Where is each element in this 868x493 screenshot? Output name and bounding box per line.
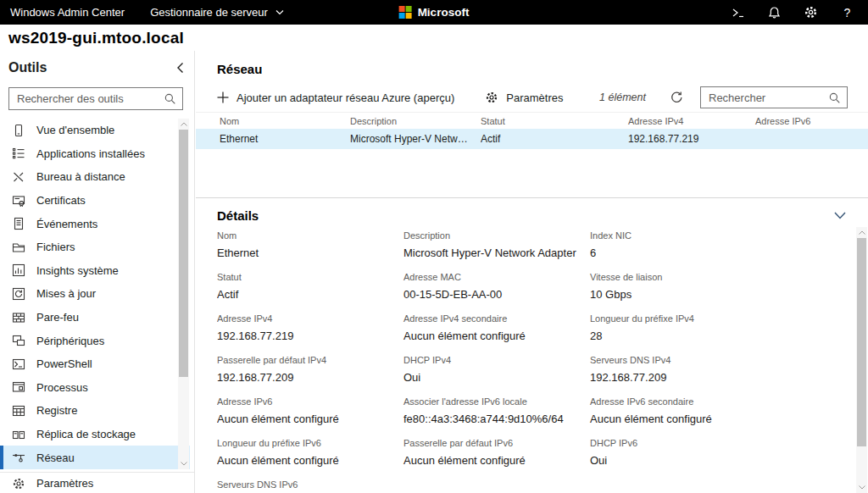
app-title-link[interactable]: Windows Admin Center: [10, 6, 125, 19]
sidebar-scrollbar[interactable]: [178, 119, 189, 469]
tools-search-input[interactable]: [9, 92, 160, 105]
details-title: Détails: [217, 208, 259, 223]
system-insights-icon: [12, 263, 25, 277]
detail-field-nom: NomEthernet: [217, 230, 403, 272]
sidebar-title: Outils: [8, 60, 47, 75]
sidebar-item-certificats[interactable]: Certificats: [0, 189, 190, 213]
detail-field-index-nic: Index NIC6: [590, 230, 851, 272]
microsoft-logo: Microsoft: [399, 6, 470, 19]
network-tool-panel: Réseau Ajouter un adaptateur réseau Azur…: [196, 51, 868, 493]
sidebar-item-applications-installees[interactable]: Applications installées: [0, 142, 190, 166]
sidebar-item-reseau[interactable]: Réseau: [0, 446, 190, 469]
sidebar-item-pare-feu[interactable]: Pare-feu: [0, 306, 190, 330]
microsoft-logo-icon: [399, 6, 412, 19]
settings-gear-icon[interactable]: [804, 5, 818, 19]
search-icon: [825, 91, 847, 104]
detail-field-serveurs-dns-ipv6: Serveurs DNS IPv6: [217, 479, 403, 493]
overview-icon: [12, 124, 25, 137]
detail-field-serveurs-dns-ipv4: Serveurs DNS IPv4192.168.77.209: [590, 355, 851, 396]
table-row-ethernet[interactable]: Ethernet Microsoft Hyper-V Network Adap.…: [196, 129, 868, 149]
sidebar-item-powershell[interactable]: PowerShell: [0, 352, 190, 376]
gear-icon: [485, 91, 498, 104]
processes-icon: [12, 380, 25, 394]
sidebar-bottom-divider: [0, 472, 194, 473]
scroll-up-icon[interactable]: [856, 227, 867, 238]
microsoft-logo-text: Microsoft: [418, 6, 470, 19]
network-icon: [12, 451, 25, 464]
scroll-down-icon[interactable]: [856, 482, 867, 493]
sidebar-item-mises-a-jour[interactable]: Mises à jour: [0, 282, 190, 306]
detail-field-description: DescriptionMicrosoft Hyper-V Network Ada…: [403, 230, 590, 272]
adapter-search-input[interactable]: [701, 91, 825, 104]
details-scrollbar[interactable]: [856, 227, 867, 493]
detail-field-dhcp-ipv6: DHCP IPv6Oui: [590, 438, 851, 479]
files-icon: [12, 241, 25, 254]
tools-search-box: [8, 87, 183, 110]
updates-icon: [12, 287, 25, 301]
remote-desktop-icon: [12, 170, 25, 184]
detail-field-longueur-prefixe-ipv4: Longueur du préfixe IPv428: [590, 313, 851, 355]
tools-list: Vue d'ensemble Applications installées B…: [0, 119, 190, 469]
server-title-row: ws2019-gui.mtoo.local: [0, 25, 868, 51]
details-scrollbar-thumb[interactable]: [857, 238, 866, 446]
help-icon[interactable]: ?: [840, 5, 854, 19]
sidebar-item-parametres[interactable]: Paramètres: [0, 474, 194, 493]
sidebar-collapse-button[interactable]: [176, 62, 184, 74]
gear-icon: [12, 477, 25, 490]
detail-field-adresse-ipv6-locale: Associer l'adresse IPv6 localefe80::4a3:…: [403, 396, 590, 438]
detail-field-passerelle-ipv4: Passerelle par défaut IPv4192.168.77.209: [217, 355, 403, 396]
sidebar-item-processus[interactable]: Processus: [0, 376, 190, 400]
sidebar-item-evenements[interactable]: Événements: [0, 212, 190, 235]
page-title: Réseau: [217, 62, 262, 76]
detail-field-dhcp-ipv4: DHCP IPv4Oui: [403, 355, 590, 396]
column-header-adresse-ipv4[interactable]: Adresse IPv4: [628, 116, 755, 128]
sidebar-item-replica-de-stockage[interactable]: Réplica de stockage: [0, 423, 190, 446]
chevron-down-icon: [834, 212, 846, 219]
notifications-bell-icon[interactable]: [767, 5, 782, 19]
events-icon: [12, 217, 25, 230]
detail-field-adresse-ipv4: Adresse IPv4192.168.77.219: [217, 313, 403, 355]
sidebar-item-insights-systeme[interactable]: Insights système: [0, 259, 190, 283]
detail-field-adresse-mac: Adresse MAC00-15-5D-EB-AA-00: [403, 272, 590, 313]
detail-field-vitesse-de-liaison: Vitesse de liaison10 Gbps: [590, 272, 851, 313]
tools-sidebar: Outils Vue d'ensemble Applications insta…: [0, 51, 195, 493]
chevron-down-icon: [275, 9, 284, 15]
sidebar-item-peripheriques[interactable]: Périphériques: [0, 329, 190, 352]
sidebar-item-fichiers[interactable]: Fichiers: [0, 235, 190, 259]
scroll-down-icon[interactable]: [178, 458, 189, 469]
network-toolbar: Ajouter un adaptateur réseau Azure (aper…: [217, 85, 848, 110]
powershell-prompt-icon[interactable]: [731, 5, 745, 19]
detail-field-adresse-ipv6: Adresse IPv6Aucun élément configuré: [217, 396, 403, 438]
sidebar-item-registre[interactable]: Registre: [0, 399, 190, 423]
firewall-icon: [12, 311, 25, 324]
solution-dropdown[interactable]: Gestionnaire de serveur: [150, 6, 284, 19]
details-collapse-button[interactable]: [834, 212, 846, 219]
scroll-up-icon[interactable]: [178, 119, 189, 130]
certificates-icon: [12, 194, 25, 208]
sidebar-item-bureau-a-distance[interactable]: Bureau à distance: [0, 165, 190, 189]
detail-field-statut: StatutActif: [217, 272, 403, 313]
refresh-icon[interactable]: [670, 91, 683, 104]
column-header-statut[interactable]: Statut: [481, 116, 628, 128]
sidebar-scrollbar-thumb[interactable]: [179, 130, 188, 377]
column-header-adresse-ipv6[interactable]: Adresse IPv6: [755, 116, 868, 128]
details-divider: [196, 197, 868, 198]
windows-admin-center-window: Windows Admin Center Gestionnaire de ser…: [0, 0, 868, 493]
details-fields-grid: NomEthernet DescriptionMicrosoft Hyper-V…: [217, 230, 851, 493]
cell-description: Microsoft Hyper-V Network Adap...: [350, 133, 481, 145]
adapter-table-header: Nom Description Statut Adresse IPv4 Adre…: [196, 112, 868, 128]
add-azure-adapter-button[interactable]: Ajouter un adaptateur réseau Azure (aper…: [217, 91, 454, 104]
plus-icon: [217, 91, 229, 103]
selected-indicator: [0, 446, 3, 469]
detail-field-adresse-ipv4-secondaire: Adresse IPv4 secondaireAucun élément con…: [403, 313, 590, 355]
cell-statut: Actif: [481, 133, 628, 145]
storage-replica-icon: [12, 428, 25, 441]
detail-field-adresse-ipv6-secondaire: Adresse IPv6 secondaireAucun élément con…: [590, 396, 851, 438]
network-settings-button[interactable]: Paramètres: [485, 91, 563, 104]
cell-nom: Ethernet: [220, 133, 350, 145]
column-header-nom[interactable]: Nom: [220, 116, 350, 128]
devices-icon: [12, 334, 25, 347]
powershell-icon: [12, 357, 25, 371]
column-header-description[interactable]: Description: [350, 116, 481, 128]
sidebar-item-vue-densemble[interactable]: Vue d'ensemble: [0, 119, 190, 142]
